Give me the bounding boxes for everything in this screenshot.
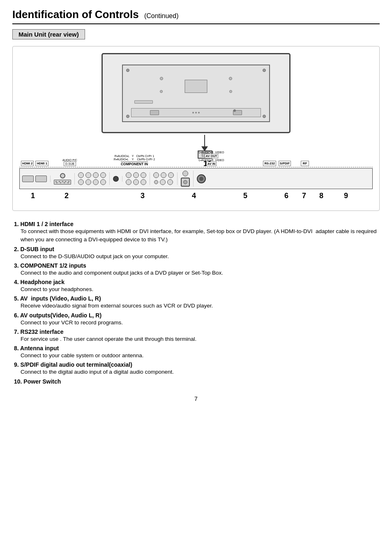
num-9: 9 — [344, 192, 348, 200]
desc-body-9: Connect to the digital audio input of a … — [14, 368, 378, 376]
comp-port-3 — [93, 172, 99, 178]
dsub-port — [54, 180, 71, 185]
desc-body-1: To connect with those equipments with HD… — [14, 227, 378, 244]
av-port-6 — [141, 179, 146, 185]
num-6: 6 — [284, 192, 288, 200]
desc-title-10: 10. Power Switch — [14, 378, 378, 385]
desc-title-1: 1. HDMI 1 / 2 interface — [14, 221, 378, 227]
comp-port-1 — [78, 172, 84, 178]
inner-screw-tr — [263, 69, 266, 72]
comp-port-2 — [85, 172, 91, 178]
rf-label: RF — [301, 161, 309, 166]
descriptions-section: 1. HDMI 1 / 2 interface To connect with … — [12, 218, 380, 389]
small-circle-3 — [160, 90, 163, 93]
small-circle-2 — [229, 77, 232, 80]
dsub-label: D-SUB — [64, 162, 76, 166]
rs232-port-3 — [168, 172, 174, 178]
comp-port-6 — [85, 179, 91, 185]
comp-port-7 — [93, 179, 99, 185]
rf-port — [181, 178, 190, 187]
desc-item-9: 9. S/PDIF digital audio out terminal(coa… — [14, 361, 378, 376]
component-section — [75, 172, 110, 185]
av-out-area-label: L•AUDIO•R — [199, 151, 214, 154]
tv-body — [101, 53, 291, 133]
comp-port-4 — [100, 172, 106, 178]
num-4: 4 — [192, 192, 196, 200]
av-port-3 — [141, 172, 146, 178]
hdmi1-port — [35, 176, 47, 182]
section-header: Main Unit (rear view) — [12, 29, 85, 39]
spdif-port — [197, 174, 206, 183]
hdmi-ports-section — [22, 176, 51, 182]
desc-item-8: 8. Antenna input Connect to your cable s… — [14, 345, 378, 360]
hdmi2-label: HDMI 2 — [21, 161, 34, 166]
tv-bottom-strip — [131, 108, 261, 117]
page-title: Identification of Controls (Continued) — [12, 8, 380, 24]
port-panel-wrapper: HDMI 2 HDMI 1 AUDIO P/C D-SUB R•AUDIO•L … — [19, 157, 373, 203]
av-port-5 — [133, 179, 139, 185]
desc-item-2: 2. D-SUB input Connect to the D-SUB/AUDI… — [14, 246, 378, 261]
desc-item-1: 1. HDMI 1 / 2 interface To connect with … — [14, 221, 378, 244]
diagram-container: 10 HDMI 2 HDMI 1 AUDIO P/C D-SUB R•AUDIO… — [12, 46, 380, 211]
rs232-port-1 — [153, 172, 159, 178]
desc-item-6: 6. AV outputs(Video, Audio L, R) Connect… — [14, 312, 378, 327]
desc-body-7: For service use . The user cannot operat… — [14, 335, 378, 343]
num-1: 1 — [31, 192, 35, 200]
r-audio-l-label: R•AUDIO•L — [115, 155, 129, 157]
rs232-port-4 — [160, 179, 166, 185]
desc-body-3: Connect to the audio and component outpu… — [14, 269, 378, 277]
spdif-label: S/PDIF — [279, 161, 291, 166]
audio-pc-label: AUDIO P/C — [62, 159, 77, 162]
inner-screw-bl — [126, 115, 129, 118]
headphone-port — [113, 176, 119, 182]
desc-title-8: 8. Antenna input — [14, 345, 378, 352]
small-circle-4 — [229, 90, 232, 93]
num-8: 8 — [319, 192, 323, 200]
av-out-label: AV OUT — [205, 154, 219, 158]
inner-screw-br — [263, 115, 266, 118]
desc-item-7: 7. RS232 interface For service use . The… — [14, 328, 378, 343]
page-number: 7 — [12, 395, 380, 402]
rs232-label: RS-232 — [263, 161, 276, 166]
desc-title-7: 7. RS232 interface — [14, 328, 378, 335]
desc-title-2: 2. D-SUB input — [14, 246, 378, 252]
tv-rear-view — [17, 53, 375, 133]
rf-section — [178, 171, 194, 187]
desc-body-2: Connect to the D-SUB/AUDIO output jack o… — [14, 252, 378, 261]
dashed-line — [19, 167, 373, 167]
comp-port-5 — [78, 179, 84, 185]
headphone-section — [110, 176, 122, 182]
desc-item-4: 4. Headphone jack Connect to your headph… — [14, 279, 378, 294]
desc-body-6: Connect to your VCR to record programs. — [14, 319, 378, 327]
tv-inner-panel — [122, 65, 270, 122]
av-in-label: AV IN — [206, 162, 217, 166]
desc-title-6: 6. AV outputs(Video, Audio L, R) — [14, 312, 378, 319]
desc-title-9: 9. S/PDIF digital audio out terminal(coa… — [14, 361, 378, 368]
desc-item-3: 3. COMPONENT 1/2 inputs Connect to the a… — [14, 262, 378, 277]
port-icons-row — [19, 168, 373, 189]
dsub-section — [51, 173, 75, 185]
num-5: 5 — [243, 192, 247, 200]
rs232-section — [150, 172, 178, 185]
continued-label: (Continued) — [144, 12, 179, 19]
av-port-2 — [133, 172, 139, 178]
comp-port-8 — [100, 179, 106, 185]
audio-circle — [60, 173, 65, 178]
num-7: 7 — [302, 192, 306, 200]
desc-body-5: Receive video/audio signal from external… — [14, 302, 378, 310]
number-labels-row: 1 2 3 4 5 6 7 8 9 — [19, 192, 373, 203]
component-in-label: COMPONENT IN — [121, 162, 148, 166]
av-port-1 — [126, 172, 131, 178]
hdmi1-label: HDMI 1 — [35, 161, 48, 166]
desc-title-4: 4. Headphone jack — [14, 279, 378, 285]
desc-body-4: Connect to your headphones. — [14, 285, 378, 294]
desc-item-10: 10. Power Switch — [14, 378, 378, 385]
hdmi2-port — [22, 176, 34, 182]
center-box — [185, 80, 208, 93]
arrow-down: 10 — [19, 135, 373, 153]
desc-body-8: Connect to your cable system or outdoor … — [14, 352, 378, 360]
av-port-4 — [126, 179, 131, 185]
desc-item-5: 5. AV inputs (Video, Audio L, R) Receive… — [14, 295, 378, 310]
desc-title-3: 3. COMPONENT 1/2 inputs — [14, 262, 378, 269]
small-circle-1 — [160, 77, 163, 80]
